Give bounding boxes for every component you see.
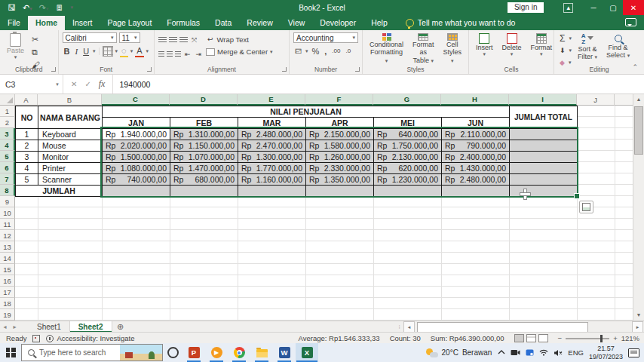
cell-D4[interactable]: Rp1.150.000,00 [170, 140, 238, 152]
name-box[interactable]: C3 [0, 75, 52, 94]
cell-A5[interactable]: 3 [16, 152, 38, 163]
column-header-partial[interactable] [615, 94, 633, 106]
minimize-button[interactable]: ─ [584, 0, 603, 15]
row-header-6[interactable]: 6 [0, 162, 15, 173]
cell-G7[interactable]: Rp1.230.000,00 [374, 174, 442, 186]
align-bottom-icon[interactable] [179, 37, 188, 43]
taskbar-chrome[interactable] [228, 343, 250, 362]
underline-button[interactable]: U [81, 46, 90, 57]
cell-A7[interactable]: 5 [16, 174, 38, 186]
font-dialog-launcher[interactable] [147, 67, 152, 72]
meet-now-icon[interactable] [526, 349, 534, 356]
next-sheet-icon[interactable]: ▸ [10, 321, 20, 333]
row-header-1[interactable]: 1 [0, 106, 15, 117]
cell-C4[interactable]: Rp2.020.000,00 [103, 140, 170, 152]
row-header-4[interactable]: 4 [0, 140, 15, 151]
align-right-icon[interactable] [175, 51, 181, 57]
increase-indent-icon[interactable]: ⇥ [194, 49, 203, 60]
zoom-slider[interactable] [566, 338, 609, 339]
row-header-11[interactable]: 11 [0, 219, 15, 230]
confirm-entry-icon[interactable]: ✓ [84, 80, 90, 88]
taskbar-file-explorer[interactable] [250, 343, 273, 362]
cell-I7[interactable] [510, 174, 578, 186]
column-header-C[interactable]: C [102, 94, 170, 106]
font-name-select[interactable]: Calibri▾ [63, 32, 117, 43]
horizontal-scrollbar[interactable] [416, 322, 631, 332]
language-indicator[interactable]: ENG [568, 348, 584, 357]
quick-analysis-button[interactable] [579, 201, 593, 213]
taskbar-media-player[interactable]: ▶ [205, 343, 228, 362]
tell-me-box[interactable]: Tell me what you want to do [406, 18, 516, 30]
cell-B6[interactable]: Printer [38, 163, 103, 174]
alignment-dialog-launcher[interactable] [282, 67, 287, 72]
scroll-up-icon[interactable]: ▲ [636, 94, 642, 105]
column-header-G[interactable]: G [373, 94, 441, 106]
ribbon-tab-help[interactable]: Help [363, 16, 395, 30]
cell-I3[interactable] [510, 129, 578, 140]
copy-icon[interactable]: ⧉ [30, 47, 41, 57]
align-top-icon[interactable] [158, 37, 167, 43]
autosum-icon[interactable]: Σ [558, 33, 566, 44]
align-left-icon[interactable] [158, 51, 164, 57]
macro-record-icon[interactable] [32, 335, 40, 342]
cell-B3[interactable]: Keyboard [38, 129, 103, 140]
header-jumlah-total[interactable]: JUMLAH TOTAL [510, 106, 578, 129]
sheet-tab-sheet2[interactable]: Sheet2 [70, 321, 112, 333]
cell-E7[interactable]: Rp1.160.000,00 [238, 174, 306, 186]
cell-B5[interactable]: Monitor [38, 152, 103, 163]
zoom-in-icon[interactable]: + [613, 334, 618, 342]
bold-button[interactable]: B [63, 46, 72, 57]
column-header-A[interactable]: A [15, 94, 38, 106]
cell-G3[interactable]: Rp640.000,00 [374, 129, 442, 140]
row-header-7[interactable]: 7 [0, 173, 15, 185]
action-center-icon[interactable] [628, 348, 639, 357]
cell-H8[interactable] [442, 186, 510, 197]
cell-B4[interactable]: Mouse [38, 140, 103, 152]
column-header-E[interactable]: E [238, 94, 305, 106]
start-button[interactable] [0, 343, 21, 362]
ribbon-display-options-icon[interactable]: ▴ [563, 3, 573, 13]
ribbon-tab-view[interactable]: View [281, 16, 313, 30]
cell-E3[interactable]: Rp2.480.000,00 [238, 129, 306, 140]
page-layout-view-icon[interactable] [526, 334, 536, 342]
find-select-button[interactable]: Find & Select ▾ [603, 32, 633, 65]
scroll-down-icon[interactable]: ▼ [636, 310, 642, 321]
row-header-5[interactable]: 5 [0, 151, 15, 162]
zoom-slider-handle[interactable] [600, 335, 603, 342]
cell-H7[interactable]: Rp2.480.000,00 [442, 174, 510, 186]
number-format-select[interactable]: Accounting▾ [293, 32, 358, 43]
vertical-scrollbar[interactable]: ▲ ▼ [633, 94, 644, 321]
taskbar-clock[interactable]: 21.57 19/07/2023 [589, 345, 623, 360]
percent-style-icon[interactable]: % [311, 46, 321, 57]
cell-G5[interactable]: Rp2.130.000,00 [374, 152, 442, 163]
header-month-jan[interactable]: JAN [103, 118, 170, 129]
share-comment-icon[interactable] [625, 18, 636, 26]
page-break-view-icon[interactable] [538, 334, 548, 342]
cell-I5[interactable] [510, 152, 578, 163]
column-header-I[interactable]: I [509, 94, 577, 106]
cell-H5[interactable]: Rp2.400.000,00 [442, 152, 510, 163]
row-header-19[interactable]: 19 [0, 309, 15, 321]
ribbon-tab-insert[interactable]: Insert [65, 16, 100, 30]
select-all-corner[interactable] [0, 94, 15, 106]
align-middle-icon[interactable] [169, 37, 177, 43]
cell-F5[interactable]: Rp1.260.000,00 [306, 152, 374, 163]
conditional-formatting-button[interactable]: Conditional Formatting ▾ [366, 32, 406, 65]
wrap-text-button[interactable]: ↩ Wrap Text [206, 34, 273, 44]
row-header-16[interactable]: 16 [0, 275, 15, 287]
prev-sheet-icon[interactable]: ◂ [0, 321, 10, 333]
cell-G4[interactable]: Rp1.750.000,00 [374, 140, 442, 152]
zoom-level[interactable]: 121% [621, 334, 639, 342]
decrease-decimal-icon[interactable]: .0 [344, 46, 352, 57]
cell-C7[interactable]: Rp740.000,00 [103, 174, 170, 186]
row-header-3[interactable]: 3 [0, 128, 15, 140]
cell-F4[interactable]: Rp1.580.000,00 [306, 140, 374, 152]
cell-D3[interactable]: Rp1.310.000,00 [170, 129, 238, 140]
cell-B7[interactable]: Scanner [38, 174, 103, 186]
customize-qat-icon[interactable]: ▾ [70, 5, 73, 11]
merge-center-button[interactable]: Merge & Center▾ [206, 48, 273, 56]
column-header-J[interactable]: J [577, 94, 615, 106]
scroll-left-icon[interactable]: ◂ [403, 321, 415, 333]
cell-C3[interactable]: Rp1.940.000,00 [103, 129, 170, 140]
cell-E5[interactable]: Rp1.300.000,00 [238, 152, 306, 163]
